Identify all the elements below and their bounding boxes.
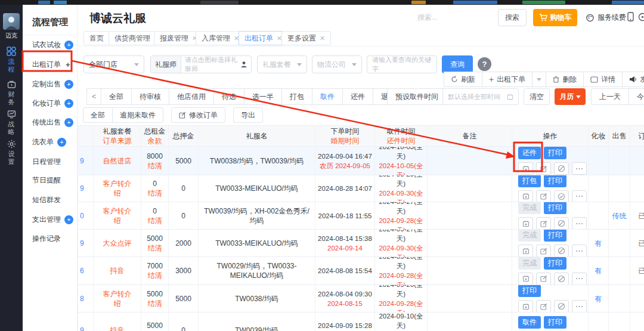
op-button-还件[interactable]: 还件	[518, 147, 541, 159]
keyword-input[interactable]: 请输入要查询的关键字	[367, 55, 437, 73]
op-button-取件[interactable]: 取件	[518, 316, 541, 329]
op-button-打印[interactable]: 打印	[518, 285, 541, 297]
edit-icon[interactable]	[536, 273, 551, 285]
plus-icon[interactable]: +	[66, 60, 70, 69]
store-select[interactable]: 全部门店	[83, 55, 144, 73]
calendar-icon[interactable]	[518, 190, 533, 202]
global-search-input[interactable]	[417, 13, 489, 21]
sidebar-item-0[interactable]: 试衣试妆+	[32, 36, 78, 54]
sidebar-item-3[interactable]: 化妆订单+	[32, 94, 78, 112]
rail-item-strategy[interactable]: 战略	[0, 110, 23, 136]
makeup-link[interactable]: 有	[589, 285, 609, 312]
sidebar-item-6[interactable]: 日程管理	[32, 153, 78, 171]
edit-icon[interactable]	[536, 245, 551, 256]
order-id[interactable]: 9	[78, 230, 94, 256]
status-tab-0[interactable]: 全部	[101, 88, 132, 105]
query-button[interactable]: 查询	[442, 55, 473, 73]
edit-icon[interactable]	[536, 300, 551, 312]
avatar[interactable]	[3, 13, 20, 30]
op-button-打印[interactable]: 打印	[544, 316, 566, 329]
close-icon[interactable]: ✕	[320, 35, 325, 42]
sidebar-item-9[interactable]: 支出管理+	[32, 211, 78, 228]
detail-button[interactable]: 详情	[583, 72, 623, 87]
sidebar-item-10[interactable]: 操作记录	[32, 230, 78, 248]
page-tab-5[interactable]: 更多设置✕	[281, 31, 331, 45]
page-tab-4[interactable]: 出租订单✕	[239, 31, 288, 45]
today-button[interactable]: 今天	[628, 88, 644, 105]
stylist-picker[interactable]: 礼服师 请点击图标选择礼服师	[150, 55, 252, 73]
new-rental-order-dropdown[interactable]	[532, 72, 546, 87]
more-icon[interactable]	[572, 217, 587, 229]
sidebar-item-5[interactable]: 洗衣单+	[32, 133, 78, 151]
calendar-icon[interactable]	[518, 300, 533, 312]
status-tab-7[interactable]: 还件	[342, 88, 373, 105]
plus-badge-icon[interactable]: +	[64, 99, 73, 108]
tabs-scroll-left[interactable]: <	[86, 88, 101, 105]
delete-button[interactable]: 删除	[546, 72, 584, 87]
status-tab-3[interactable]: 待选	[213, 88, 244, 105]
more-icon[interactable]	[572, 162, 587, 175]
table-row-3[interactable]: 9大众点评5000结清2000TW0033-MEIKALUO/均码2024-08…	[78, 230, 644, 257]
target-icon[interactable]	[638, 13, 644, 24]
plus-badge-icon[interactable]: +	[64, 215, 73, 224]
plus-badge-icon[interactable]: +	[64, 41, 73, 50]
op-button-完成[interactable]: 完成	[518, 202, 541, 214]
send-sms-button[interactable]: 发送短信	[622, 72, 644, 87]
sidebar-item-4[interactable]: 传统出售+	[32, 113, 78, 131]
sub-tab-all[interactable]: 全部	[83, 107, 113, 123]
check-circle-icon[interactable]	[554, 190, 569, 202]
table-row-5[interactable]: 8客户转介绍5000结清5000TW0038/均码2024-08-04 09:3…	[78, 285, 644, 313]
package-select[interactable]: 礼服套餐	[257, 55, 307, 73]
table-row-6[interactable]: 9抖音500040000TW0039/均码2024-09-09 15:28202…	[78, 313, 644, 331]
rail-item-flow[interactable]: 流程	[0, 47, 23, 73]
prev-day-button[interactable]: 上一天	[591, 88, 629, 105]
calendar-icon[interactable]	[518, 162, 533, 175]
status-tab-2[interactable]: 他店借用	[169, 88, 214, 105]
clear-button[interactable]: 清空	[524, 88, 550, 105]
calendar-icon[interactable]	[518, 217, 533, 229]
table-row-2[interactable]: 0客户转介绍0结清0TW0039/均码，XH-002金色秀禾/均码2024-09…	[78, 202, 644, 230]
op-button-完成[interactable]: 完成	[518, 230, 541, 242]
edit-icon[interactable]	[536, 190, 551, 202]
help-icon[interactable]: ?	[478, 57, 491, 71]
order-id[interactable]: 9	[78, 175, 94, 202]
table-row-0[interactable]: 9自然进店8000结清5000TW0038/均码，TW0039/均码2024-0…	[78, 147, 644, 175]
plus-badge-icon[interactable]: +	[64, 118, 73, 127]
status-tab-4[interactable]: 选一半	[244, 88, 282, 105]
sidebar-item-8[interactable]: 短信群发	[32, 191, 78, 209]
edit-order-button[interactable]: 修改订单	[171, 107, 225, 123]
sidebar-item-1[interactable]: 出租订单+	[32, 55, 78, 73]
ban-icon[interactable]	[554, 245, 569, 256]
month-calendar-button[interactable]: 月历	[555, 88, 586, 105]
date-range-input[interactable]: 默认选择全部时间	[442, 88, 519, 105]
service-renew-button[interactable]: 服务续费	[586, 13, 626, 23]
edit-icon[interactable]	[536, 162, 551, 175]
order-id[interactable]: 8	[78, 285, 94, 312]
ban-icon[interactable]	[554, 273, 569, 285]
rail-item-finance[interactable]: 财务	[0, 80, 23, 106]
sidebar-item-7[interactable]: 节日提醒	[32, 171, 78, 189]
op-button-完成[interactable]: 完成	[518, 257, 541, 270]
sidebar-item-2[interactable]: 定制出售+	[32, 75, 78, 93]
status-tab-6[interactable]: 取件	[312, 88, 343, 105]
makeup-link[interactable]: 有	[589, 257, 609, 284]
logistics-select[interactable]: 物流公司	[312, 55, 362, 73]
calendar-icon[interactable]	[518, 273, 533, 285]
order-id[interactable]: 9	[78, 147, 94, 175]
makeup-link[interactable]: 有	[589, 230, 609, 256]
op-button-打印[interactable]: 打印	[544, 257, 566, 270]
table-row-1[interactable]: 9客户转介绍0结清0TW0033-MEIKALUO/均码2024-08-28 1…	[78, 175, 644, 202]
more-icon[interactable]	[572, 245, 587, 256]
order-id[interactable]: 0	[78, 202, 94, 229]
ban-icon[interactable]	[554, 162, 569, 175]
op-button-打印[interactable]: 打印	[544, 230, 566, 242]
op-button-打印[interactable]: 打印	[544, 202, 566, 214]
rail-item-settings[interactable]: 设置	[0, 140, 23, 166]
export-button[interactable]: 导出	[233, 107, 263, 123]
page-tab-3[interactable]: 入库管理✕	[196, 31, 245, 45]
order-id[interactable]: 9	[78, 313, 94, 331]
order-id[interactable]: 6	[78, 257, 94, 284]
op-button-打印[interactable]: 打印	[544, 175, 566, 187]
plus-badge-icon[interactable]: +	[64, 80, 73, 89]
sub-tab-overdue[interactable]: 逾期未取件	[112, 107, 163, 123]
